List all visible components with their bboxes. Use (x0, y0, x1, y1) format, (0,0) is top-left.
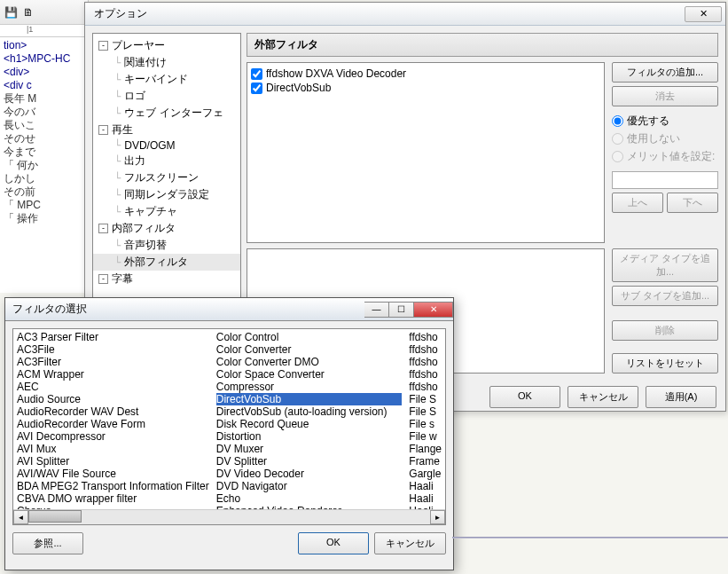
cancel-button[interactable]: キャンセル (568, 386, 638, 408)
print-icon[interactable]: 🗎 (21, 5, 35, 20)
scrollbar-thumb[interactable] (28, 510, 82, 523)
list-item[interactable]: ffdsho (409, 368, 442, 381)
tree-item[interactable]: └出力 (93, 153, 240, 169)
tree-item[interactable]: -内部フィルタ (93, 220, 240, 237)
filter-ok-button[interactable]: OK (298, 532, 369, 554)
list-item[interactable]: ffdsho (409, 381, 442, 393)
tree-item[interactable]: └ウェブ インターフェ (93, 105, 240, 122)
list-item[interactable]: AC3Filter (17, 356, 209, 368)
tree-item[interactable]: -字幕 (93, 271, 240, 287)
radio-prefer[interactable]: 優先する (612, 114, 718, 129)
list-item[interactable]: DVD Navigator (216, 480, 403, 492)
tree-item[interactable]: └キャプチャ (93, 203, 240, 220)
list-item[interactable]: DirectVobSub (auto-loading version) (216, 405, 403, 418)
tree-item[interactable]: -プレーヤー (93, 37, 240, 54)
tree-label: フルスクリーン (124, 170, 199, 185)
tree-toggle-icon[interactable]: - (98, 41, 108, 51)
close-icon[interactable]: ✕ (414, 302, 453, 318)
filter-select-titlebar[interactable]: フィルタの選択 — ☐ ✕ (5, 298, 453, 321)
tree-toggle-icon[interactable]: - (98, 274, 108, 284)
tree-item[interactable]: └DVD/OGM (93, 138, 240, 153)
list-item[interactable]: ffdsho (409, 331, 442, 343)
list-item[interactable]: ffdsho (409, 343, 442, 356)
remove-filter-button[interactable]: 消去 (612, 86, 718, 106)
list-item[interactable]: File s (409, 418, 442, 430)
maximize-button[interactable]: ☐ (389, 302, 414, 318)
add-filter-button[interactable]: フィルタの追加... (612, 62, 718, 83)
list-item[interactable]: Color Control (216, 331, 403, 343)
tree-item[interactable]: └関連付け (93, 54, 240, 71)
scroll-right-icon[interactable]: ► (430, 510, 445, 524)
list-item[interactable]: AVI Decompressor (17, 430, 209, 443)
list-item[interactable]: AEC (17, 381, 209, 393)
filter-row[interactable]: DirectVobSub (251, 81, 600, 95)
external-filter-list[interactable]: ffdshow DXVA Video DecoderDirectVobSub (247, 62, 605, 243)
list-item[interactable]: DV Muxer (216, 443, 403, 455)
tree-item[interactable]: └キーバインド (93, 71, 240, 88)
filter-checkbox[interactable] (251, 68, 262, 80)
tree-item[interactable]: -再生 (93, 122, 240, 138)
list-item[interactable]: Color Space Converter (216, 368, 403, 381)
horizontal-scrollbar[interactable]: ◄ ► (13, 509, 445, 524)
list-item[interactable]: Haali (409, 492, 442, 505)
list-item[interactable]: File S (409, 405, 442, 418)
list-item[interactable]: Gargle (409, 468, 442, 480)
list-item[interactable]: AC3 Parser Filter (17, 331, 209, 343)
list-item[interactable]: ffdsho (409, 356, 442, 368)
list-item[interactable]: Color Converter DMO (216, 356, 403, 368)
list-item[interactable]: Distortion (216, 430, 403, 443)
list-item[interactable]: Flange (409, 443, 442, 455)
delete-type-button[interactable]: 削除 (612, 320, 718, 341)
list-item[interactable]: Haali (409, 480, 442, 492)
tree-item[interactable]: └音声切替 (93, 237, 240, 254)
tree-line: └ (114, 139, 121, 152)
list-item[interactable]: DV Splitter (216, 455, 403, 468)
filter-checkbox[interactable] (251, 83, 262, 94)
tree-item[interactable]: └同期レンダラ設定 (93, 186, 240, 203)
list-item[interactable]: Disk Record Queue (216, 418, 403, 430)
filter-row[interactable]: ffdshow DXVA Video Decoder (251, 67, 600, 81)
list-item[interactable]: Audio Source (17, 393, 209, 405)
options-titlebar[interactable]: オプション ✕ (85, 3, 725, 26)
tree-item[interactable]: └外部フィルタ (93, 254, 240, 271)
tree-toggle-icon[interactable]: - (98, 224, 108, 233)
list-item[interactable]: File S (409, 393, 442, 405)
save-icon[interactable]: 💾 (4, 5, 18, 20)
reset-list-button[interactable]: リストをリセット (612, 353, 718, 373)
filter-cancel-button[interactable]: キャンセル (374, 532, 446, 554)
ok-button[interactable]: OK (489, 386, 560, 408)
tree-toggle-icon[interactable]: - (98, 125, 108, 135)
browse-button[interactable]: 参照... (12, 532, 83, 554)
list-item[interactable]: CBVA DMO wrapper filter (17, 492, 209, 505)
list-item[interactable]: AC3File (17, 343, 209, 356)
add-sub-type-button[interactable]: サブ タイプを追加... (612, 286, 718, 306)
close-button[interactable]: ✕ (685, 6, 722, 22)
list-item[interactable]: DirectVobSub (216, 393, 403, 405)
list-item[interactable]: AVI/WAV File Source (17, 468, 209, 480)
list-item[interactable]: AudioRecorder WAV Dest (17, 405, 209, 418)
merit-input[interactable] (612, 171, 718, 189)
list-item[interactable]: Color Converter (216, 343, 403, 356)
tree-item[interactable]: └フルスクリーン (93, 169, 240, 186)
list-item[interactable]: BDA MPEG2 Transport Information Filter (17, 480, 209, 492)
tree-item[interactable]: └ロゴ (93, 88, 240, 105)
add-media-type-button[interactable]: メディア タイプを追加... (612, 248, 718, 282)
move-up-button[interactable]: 上へ (612, 193, 663, 213)
list-item[interactable]: File w (409, 430, 442, 443)
move-down-button[interactable]: 下へ (667, 193, 718, 213)
list-item[interactable]: DV Video Decoder (216, 468, 403, 480)
list-item[interactable]: AVI Splitter (17, 455, 209, 468)
filter-selection-list[interactable]: AC3 Parser FilterAC3FileAC3FilterACM Wra… (12, 328, 446, 525)
scrollbar-track[interactable] (28, 510, 430, 524)
list-item[interactable]: Frame (409, 455, 442, 468)
minimize-button[interactable]: — (364, 302, 389, 318)
list-item[interactable]: Compressor (216, 381, 403, 393)
list-item[interactable]: ACM Wrapper (17, 368, 209, 381)
radio-merit[interactable]: メリット値を設定: (612, 149, 718, 164)
radio-dontuse[interactable]: 使用しない (612, 131, 718, 146)
scroll-left-icon[interactable]: ◄ (13, 510, 28, 524)
list-item[interactable]: Echo (216, 492, 403, 505)
apply-button[interactable]: 適用(A) (646, 386, 716, 408)
list-item[interactable]: AudioRecorder Wave Form (17, 418, 209, 430)
list-item[interactable]: AVI Mux (17, 443, 209, 455)
